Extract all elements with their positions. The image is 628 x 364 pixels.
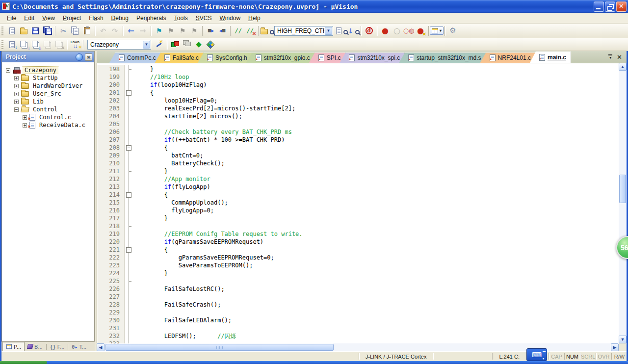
- incremental-find-icon[interactable]: ↓: [347, 26, 359, 36]
- tree-item-startup[interactable]: +StartUp: [2, 74, 94, 82]
- indent-icon[interactable]: ≡▸: [205, 26, 216, 36]
- plus-expander-icon[interactable]: +: [23, 115, 27, 120]
- plus-expander-icon[interactable]: +: [14, 84, 19, 88]
- comment-icon[interactable]: //: [233, 26, 244, 36]
- configure-wrench-icon[interactable]: ⚙: [447, 26, 459, 36]
- open-file-icon[interactable]: [18, 26, 29, 36]
- target-combo-dropdown-icon[interactable]: ▼: [143, 41, 150, 49]
- breakpoint-disable-icon[interactable]: ○: [391, 26, 403, 36]
- scroll-down-icon[interactable]: ▼: [619, 336, 627, 343]
- vertical-scroll-thumb[interactable]: [619, 175, 626, 203]
- plus-expander-icon[interactable]: +: [23, 123, 27, 128]
- target-combo[interactable]: Crazepony▼: [87, 40, 151, 50]
- restore-button[interactable]: [605, 1, 615, 12]
- bottom-tab-books-tab[interactable]: B...: [25, 342, 46, 351]
- bottom-tab-project-tab[interactable]: P...: [2, 342, 25, 351]
- translate-icon[interactable]: ↓: [6, 39, 18, 50]
- find-in-files-icon[interactable]: [261, 26, 272, 36]
- tree-item-lib[interactable]: +Lib: [2, 98, 94, 105]
- start-debug-session-icon[interactable]: d: [363, 26, 375, 36]
- scroll-right-icon[interactable]: ▶: [611, 343, 619, 351]
- menu-flash[interactable]: Flash: [85, 13, 107, 23]
- menu-tools[interactable]: Tools: [170, 13, 192, 23]
- start-button-edge[interactable]: [0, 361, 47, 364]
- menu-svcs[interactable]: SVCS: [192, 13, 216, 23]
- bottom-tab-templates-tab[interactable]: 0▸T...: [69, 342, 89, 351]
- menu-debug[interactable]: Debug: [107, 13, 132, 23]
- new-file-icon[interactable]: [6, 26, 18, 36]
- minus-expander-icon[interactable]: −: [6, 68, 10, 73]
- code-editor[interactable]: 198 }199 //10Hz loop200 if(loop10HzFlag)…: [97, 63, 619, 343]
- minus-expander-icon[interactable]: −: [14, 107, 19, 112]
- tab-stm32f10x_spi.c[interactable]: stm32f10x_spi.c: [340, 52, 405, 63]
- unindent-icon[interactable]: ◂≡: [216, 26, 228, 36]
- search-combo[interactable]: HIGH_FREQ_CTRL▼: [274, 26, 333, 36]
- window-layout-icon[interactable]: ▾: [431, 26, 443, 36]
- tab-list-dropdown-icon[interactable]: ▼: [608, 54, 612, 59]
- fold-collapse-icon[interactable]: [125, 246, 133, 254]
- tab-stm32f10x_gpio.c[interactable]: stm32f10x_gpio.c: [246, 52, 315, 63]
- document-close-icon[interactable]: ✕: [617, 53, 622, 61]
- plus-expander-icon[interactable]: +: [14, 76, 19, 80]
- toolbar-grip[interactable]: [1, 40, 3, 49]
- fold-collapse-icon[interactable]: [125, 144, 133, 152]
- redo-icon[interactable]: ↷: [109, 26, 121, 36]
- nav-back-icon[interactable]: ←: [125, 26, 137, 36]
- plus-expander-icon[interactable]: +: [14, 100, 19, 104]
- bookmark-prev-icon[interactable]: ⚑: [165, 26, 177, 36]
- uncomment-icon[interactable]: //✕: [244, 26, 256, 36]
- batch-build-icon[interactable]: [41, 39, 53, 50]
- breakpoint-kill-all-icon[interactable]: ●✕: [415, 26, 426, 36]
- menu-edit[interactable]: Edit: [20, 13, 38, 23]
- bookmark-toggle-icon[interactable]: ⚑: [153, 26, 165, 36]
- tab-main.c[interactable]: main.c: [530, 52, 571, 63]
- toolbar-grip[interactable]: [1, 26, 3, 35]
- rebuild-icon[interactable]: ↓↓: [29, 39, 41, 50]
- horizontal-scroll-track[interactable]: [335, 343, 611, 351]
- vertical-scrollbar[interactable]: ▲ ▼: [619, 63, 627, 343]
- undo-icon[interactable]: ↶: [97, 26, 109, 36]
- menu-window[interactable]: Window: [215, 13, 244, 23]
- tab-CommPc.c[interactable]: CommPc.c: [109, 52, 161, 63]
- fold-collapse-icon[interactable]: [125, 191, 133, 199]
- plus-expander-icon[interactable]: +: [14, 92, 19, 96]
- file-extensions-icon[interactable]: [181, 39, 193, 50]
- menu-file[interactable]: File: [3, 13, 20, 23]
- scroll-left-icon[interactable]: ◀: [97, 343, 105, 351]
- panel-close-icon[interactable]: ✕: [85, 53, 92, 61]
- tab-SysConfig.h[interactable]: SysConfig.h: [198, 52, 252, 63]
- horizontal-scroll-thumb[interactable]: [105, 344, 334, 351]
- multi-project-icon[interactable]: [205, 39, 216, 50]
- manage-components-icon[interactable]: [169, 39, 181, 50]
- pin-icon[interactable]: [76, 53, 83, 61]
- target-options-icon[interactable]: [153, 39, 165, 50]
- tree-item-hardwaredriver[interactable]: +HardWareDriver: [2, 82, 94, 90]
- build-icon[interactable]: ↓: [18, 39, 29, 50]
- stop-build-icon[interactable]: ✕: [53, 39, 65, 50]
- close-button[interactable]: [616, 1, 627, 12]
- tree-item-control.c[interactable]: +Control.c: [2, 113, 94, 121]
- cut-icon[interactable]: ✂: [57, 26, 69, 36]
- tab-SPI.c[interactable]: SPI.c: [309, 52, 346, 63]
- bottom-tab-functions-tab[interactable]: {}F...: [47, 342, 68, 351]
- minimize-button[interactable]: [594, 1, 604, 12]
- menu-peripherals[interactable]: Peripherals: [132, 13, 170, 23]
- bookmark-next-icon[interactable]: ⚑: [177, 26, 188, 36]
- tree-item-user_src[interactable]: +User_Src: [2, 90, 94, 98]
- breakpoint-toggle-icon[interactable]: ●: [379, 26, 391, 36]
- tab-startup_stm32f10x_md.s[interactable]: startup_stm32f10x_md.s: [399, 52, 486, 63]
- paste-icon[interactable]: [81, 26, 93, 36]
- ime-keyboard-icon[interactable]: ⌨▬▾: [526, 348, 547, 361]
- nav-forward-icon[interactable]: →: [137, 26, 149, 36]
- breakpoint-disable-all-icon[interactable]: ◌◍: [403, 26, 415, 36]
- tab-FailSafe.c[interactable]: FailSafe.c: [155, 52, 204, 63]
- menu-view[interactable]: View: [38, 13, 59, 23]
- tree-item-receivedata.c[interactable]: +ReceiveData.c: [2, 121, 94, 129]
- find-icon[interactable]: [335, 26, 347, 36]
- manage-books-icon[interactable]: ◆: [193, 39, 205, 50]
- scroll-up-icon[interactable]: ▲: [619, 63, 627, 71]
- tab-NRF24L01.c[interactable]: NRF24L01.c: [480, 52, 536, 63]
- fold-collapse-icon[interactable]: [125, 89, 133, 97]
- copy-icon[interactable]: [69, 26, 81, 36]
- tree-item-control[interactable]: −Control: [2, 105, 94, 113]
